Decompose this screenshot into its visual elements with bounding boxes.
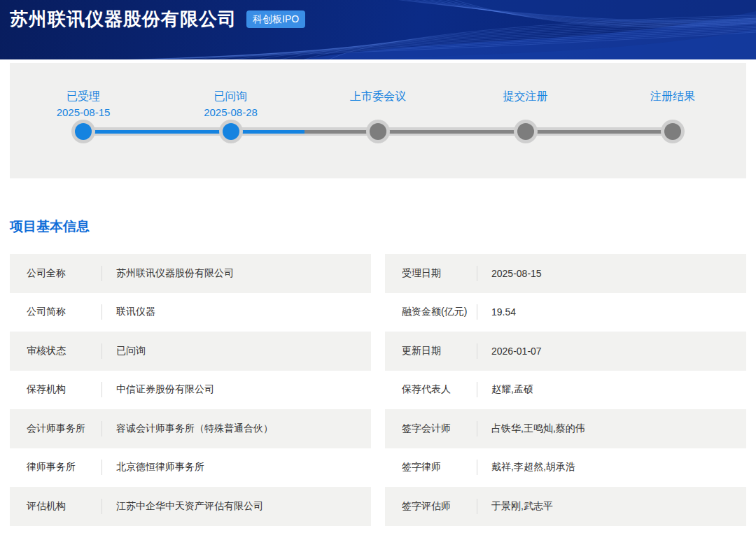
info-label: 审核状态 [27,345,102,357]
ipo-progress-panel: 已受理2025-08-15已问询2025-08-28上市委会议提交注册注册结果 [10,63,746,178]
info-row-left-4: 保荐机构中信证券股份有限公司 [10,371,371,410]
timeline-step-name: 已问询 [168,90,294,104]
label-value-divider [477,460,477,475]
info-label: 评估机构 [27,500,102,513]
label-value-divider [477,266,477,281]
info-column-right: 受理日期2025-08-15融资金额(亿元)19.54更新日期2026-01-0… [385,254,746,526]
info-value: 2026-01-07 [491,346,746,357]
info-value: 占铁华,王鸣灿,蔡的伟 [491,422,746,435]
info-label: 融资金额(亿元) [402,306,477,318]
info-row-left-5: 会计师事务所容诚会计师事务所（特殊普通合伙） [10,409,371,448]
info-row-left-3: 审核状态已问询 [10,332,371,371]
label-value-divider [477,304,477,320]
label-value-divider [102,304,102,320]
label-value-divider [477,421,477,436]
header-title-row: 苏州联讯仪器股份有限公司 科创板IPO [0,0,756,31]
timeline-step-name: 注册结果 [610,90,736,104]
info-label: 签字会计师 [402,422,477,435]
timeline-track: 已受理2025-08-15已问询2025-08-28上市委会议提交注册注册结果 [83,127,673,136]
info-label: 更新日期 [402,345,477,357]
info-value: 中信证券股份有限公司 [116,383,371,396]
info-label: 保荐机构 [27,383,102,396]
board-badge: 科创板IPO [246,10,305,28]
page-title: 苏州联讯仪器股份有限公司 [10,7,237,31]
info-row-right-4: 保荐代表人赵耀,孟硕 [385,371,746,410]
info-row-right-2: 融资金额(亿元)19.54 [385,293,746,332]
info-label: 律师事务所 [27,461,102,474]
info-value: 江苏中企华中天资产评估有限公司 [116,500,371,513]
timeline-progress-line [83,130,304,134]
timeline-step-name: 已受理 [20,90,146,104]
timeline-step-label: 注册结果 [610,90,736,104]
timeline-dot-pending [370,123,386,140]
timeline-step-label: 上市委会议 [315,90,441,104]
info-label: 签字评估师 [402,500,477,513]
info-label: 公司全称 [27,267,102,280]
info-value: 苏州联讯仪器股份有限公司 [116,267,371,280]
info-label: 保荐代表人 [402,383,477,396]
timeline-dot-pending [517,123,534,140]
timeline-dot-done [75,123,92,140]
timeline-dot-pending [664,123,681,140]
timeline-step-label: 已受理2025-08-15 [20,90,146,118]
info-value: 北京德恒律师事务所 [116,461,371,474]
label-value-divider [477,382,477,397]
info-row-left-1: 公司全称苏州联讯仪器股份有限公司 [10,254,371,293]
info-column-left: 公司全称苏州联讯仪器股份有限公司公司简称联讯仪器审核状态已问询保荐机构中信证券股… [10,254,371,526]
info-label: 签字律师 [402,461,477,474]
info-value: 2025-08-15 [491,268,746,279]
info-row-left-7: 评估机构江苏中企华中天资产评估有限公司 [10,487,371,526]
info-value: 容诚会计师事务所（特殊普通合伙） [116,422,371,435]
info-label: 受理日期 [402,267,477,280]
timeline-step-name: 上市委会议 [315,90,441,104]
label-value-divider [102,421,102,436]
info-row-right-5: 签字会计师占铁华,王鸣灿,蔡的伟 [385,409,746,448]
timeline-step-label: 已问询2025-08-28 [168,90,294,118]
label-value-divider [102,382,102,397]
info-label: 公司简称 [27,306,102,318]
info-row-right-7: 签字评估师于景刚,武志平 [385,487,746,526]
label-value-divider [102,343,102,359]
info-value: 赵耀,孟硕 [491,383,746,396]
label-value-divider [102,460,102,475]
info-row-right-6: 签字律师戴祥,李超然,胡承浩 [385,448,746,488]
page-header: 苏州联讯仪器股份有限公司 科创板IPO [0,0,756,59]
section-title: 项目基本信息 [10,218,746,236]
label-value-divider [102,266,102,281]
label-value-divider [102,499,102,514]
timeline-step-date: 2025-08-15 [20,106,146,118]
timeline-remaining-line [304,130,673,134]
label-value-divider [477,499,477,514]
label-value-divider [477,343,477,359]
info-row-right-3: 更新日期2026-01-07 [385,332,746,371]
info-value: 戴祥,李超然,胡承浩 [491,461,746,474]
timeline-step-date: 2025-08-28 [168,106,294,118]
info-row-left-6: 律师事务所北京德恒律师事务所 [10,448,371,488]
info-row-right-1: 受理日期2025-08-15 [385,254,746,293]
basic-info-table: 公司全称苏州联讯仪器股份有限公司公司简称联讯仪器审核状态已问询保荐机构中信证券股… [10,254,746,526]
info-row-left-2: 公司简称联讯仪器 [10,293,371,332]
info-value: 联讯仪器 [116,306,371,318]
info-value: 19.54 [491,306,746,318]
timeline-step-label: 提交注册 [463,90,589,104]
info-label: 会计师事务所 [27,422,102,435]
timeline-step-name: 提交注册 [463,90,589,104]
info-value: 于景刚,武志平 [491,500,746,513]
info-value: 已问询 [116,345,371,357]
timeline-dot-done [223,123,239,140]
